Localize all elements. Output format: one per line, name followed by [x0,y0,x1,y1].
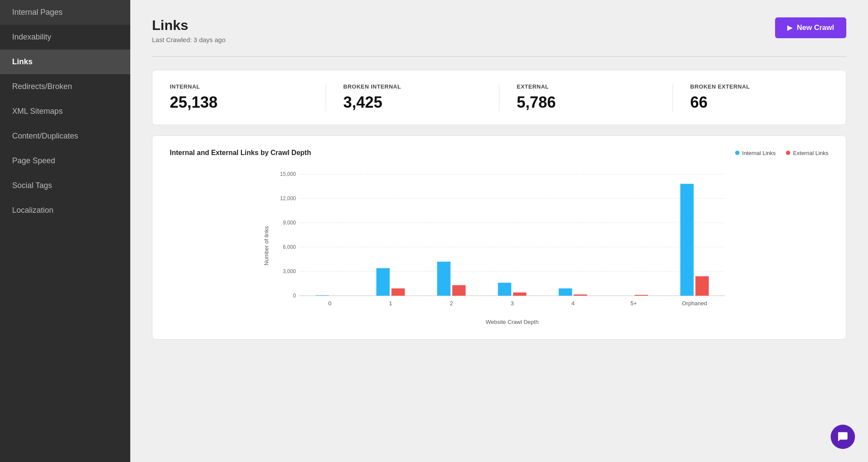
chat-button[interactable] [831,425,855,449]
svg-rect-14 [316,295,329,296]
stat-value: 3,425 [343,93,482,112]
svg-text:4: 4 [571,300,574,307]
sidebar-item-links[interactable]: Links [0,50,130,74]
svg-rect-25 [559,288,572,296]
legend-label: External Links [793,150,828,156]
chart-card: Internal and External Links by Crawl Dep… [152,135,846,340]
stat-label: INTERNAL [170,83,308,90]
sidebar-item-redirects-broken[interactable]: Redirects/Broken [0,74,130,99]
sidebar-item-xml-sitemaps[interactable]: XML Sitemaps [0,99,130,124]
legend-label: Internal Links [742,150,776,156]
stat-item-broken-external: BROKEN EXTERNAL 66 [673,83,846,112]
stat-item-external: EXTERNAL 5,786 [499,83,673,112]
sidebar-item-internal-pages[interactable]: Internal Pages [0,0,130,25]
sidebar-item-social-tags[interactable]: Social Tags [0,173,130,198]
svg-text:0: 0 [293,293,296,299]
svg-text:1: 1 [389,300,392,307]
stat-item-broken-internal: BROKEN INTERNAL 3,425 [326,83,500,112]
svg-text:3: 3 [511,300,514,307]
sidebar-item-indexability[interactable]: Indexability [0,25,130,50]
stat-label: BROKEN INTERNAL [343,83,482,90]
last-crawled: Last Crawled: 3 days ago [152,36,225,43]
svg-rect-19 [437,262,451,296]
svg-rect-22 [498,283,512,296]
svg-rect-28 [635,295,648,296]
stat-item-internal: INTERNAL 25,138 [152,83,326,112]
svg-text:2: 2 [450,300,453,307]
page-title: Links [152,17,225,33]
legend-item-orange: External Links [786,150,828,156]
svg-rect-31 [696,276,709,296]
chart-container: 03,0006,0009,00012,00015,000Number of li… [170,165,828,326]
chart-title: Internal and External Links by Crawl Dep… [170,149,311,157]
chart-legend: Internal Links External Links [735,150,828,156]
svg-text:9,000: 9,000 [283,220,296,226]
play-icon [787,23,792,32]
chart-svg: 03,0006,0009,00012,00015,000Number of li… [170,165,828,326]
svg-text:5+: 5+ [630,300,637,307]
svg-rect-26 [574,294,587,296]
sidebar: Internal PagesIndexabilityLinksRedirects… [0,0,130,462]
svg-text:Website Crawl Depth: Website Crawl Depth [486,319,539,325]
svg-text:Number of links: Number of links [263,226,270,265]
stat-value: 5,786 [517,93,655,112]
stat-label: EXTERNAL [517,83,655,90]
svg-text:12,000: 12,000 [280,195,296,201]
svg-text:15,000: 15,000 [280,171,296,177]
legend-dot-blue [735,151,739,155]
new-crawl-button[interactable]: New Crawl [775,17,846,38]
header-divider [152,56,846,57]
chart-header: Internal and External Links by Crawl Dep… [170,149,828,157]
svg-text:Orphaned: Orphaned [682,300,707,307]
legend-dot-orange [786,151,790,155]
svg-text:0: 0 [328,300,331,307]
legend-item-blue: Internal Links [735,150,776,156]
main-content: Links Last Crawled: 3 days ago New Crawl… [130,0,868,462]
svg-rect-23 [513,293,527,296]
new-crawl-label: New Crawl [797,23,834,32]
page-header: Links Last Crawled: 3 days ago New Crawl [152,17,846,43]
stat-value: 66 [690,93,829,112]
svg-rect-17 [392,288,405,296]
svg-text:3,000: 3,000 [283,268,296,274]
stat-label: BROKEN EXTERNAL [690,83,829,90]
chat-icon [837,431,848,442]
sidebar-item-page-speed[interactable]: Page Speed [0,148,130,173]
svg-text:6,000: 6,000 [283,244,296,250]
stats-card: INTERNAL 25,138 BROKEN INTERNAL 3,425 EX… [152,70,846,125]
sidebar-item-content-duplicates[interactable]: Content/Duplicates [0,124,130,148]
svg-rect-30 [680,184,694,296]
sidebar-item-localization[interactable]: Localization [0,198,130,223]
svg-rect-16 [376,268,390,296]
page-header-text: Links Last Crawled: 3 days ago [152,17,225,43]
stat-value: 25,138 [170,93,308,112]
svg-rect-20 [452,285,466,296]
